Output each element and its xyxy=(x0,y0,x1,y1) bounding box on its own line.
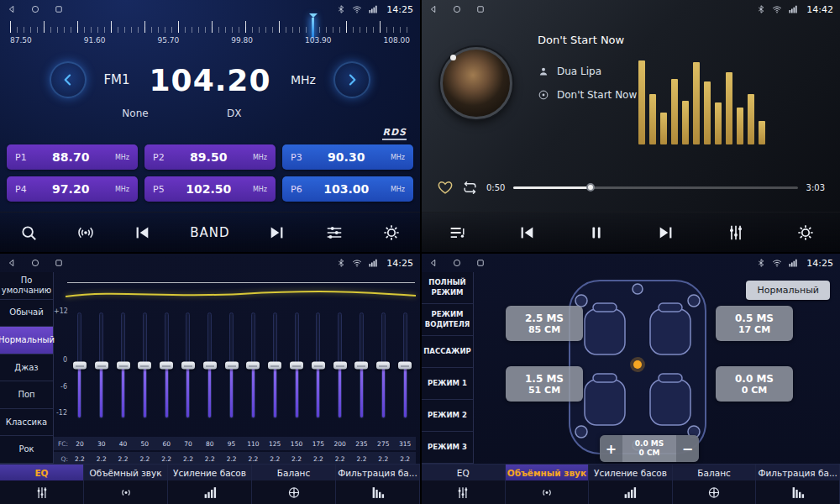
eq-band-slider[interactable] xyxy=(91,312,113,418)
tab-surround-sound[interactable]: Объёмный звук xyxy=(84,465,168,504)
pause-icon[interactable] xyxy=(587,223,606,242)
next-track-icon[interactable] xyxy=(657,223,675,242)
delay-rear-right[interactable]: 0.0 MS 0 CM xyxy=(716,366,793,402)
playlist-icon[interactable] xyxy=(448,223,466,242)
eq-preset-item[interactable]: Обычай xyxy=(0,300,53,328)
slider-handle[interactable] xyxy=(333,362,347,370)
recents-icon[interactable] xyxy=(54,4,64,14)
slider-handle[interactable] xyxy=(312,362,325,370)
home-icon[interactable] xyxy=(30,4,40,14)
preset-button-p4[interactable]: P497.20MHz xyxy=(7,176,138,202)
eq-preset-item[interactable]: Рок xyxy=(0,436,53,464)
home-icon[interactable] xyxy=(30,258,40,268)
eq-band-slider[interactable] xyxy=(372,312,394,418)
preset-button-p6[interactable]: P6103.00MHz xyxy=(282,176,413,202)
delay-front-right[interactable]: 0.5 MS 17 CM xyxy=(716,306,793,341)
eq-band-slider[interactable] xyxy=(329,312,351,418)
slider-handle[interactable] xyxy=(138,362,151,370)
recents-icon[interactable] xyxy=(54,258,64,268)
eq-band-slider[interactable] xyxy=(351,312,373,418)
back-icon[interactable] xyxy=(428,258,438,268)
prev-track-icon[interactable] xyxy=(133,223,151,242)
tab-balance[interactable]: Баланс xyxy=(252,465,336,504)
profile-button[interactable]: Нормальный xyxy=(746,281,830,300)
tab-filter[interactable]: Фильтрация ба... xyxy=(336,465,420,504)
eq-band-slider[interactable] xyxy=(264,312,286,418)
slider-handle[interactable] xyxy=(117,362,130,370)
repeat-icon[interactable] xyxy=(462,180,478,196)
eq-band-slider[interactable] xyxy=(113,312,134,418)
eq-band-slider[interactable] xyxy=(307,312,329,418)
next-station-button[interactable] xyxy=(333,61,370,98)
eq-band-slider[interactable] xyxy=(394,312,416,418)
preset-button-p1[interactable]: P188.70MHz xyxy=(7,144,138,170)
slider-handle[interactable] xyxy=(203,362,217,370)
eq-preset-item[interactable]: По умолчанию xyxy=(0,272,53,300)
next-track-icon[interactable] xyxy=(268,223,286,242)
back-icon[interactable] xyxy=(428,4,438,14)
band-button[interactable]: BAND xyxy=(190,225,229,240)
car-cabin-graphic[interactable] xyxy=(563,276,712,459)
settings-gear-icon[interactable] xyxy=(382,223,401,242)
preset-button-p5[interactable]: P5102.50MHz xyxy=(144,176,276,202)
mode-item[interactable]: ПОЛНЫЙ РЕЖИМ xyxy=(422,272,473,304)
eq-preset-item[interactable]: Классика xyxy=(0,409,53,437)
slider-handle[interactable] xyxy=(160,362,173,370)
tab-balance[interactable]: Баланс xyxy=(673,465,757,504)
increase-delay-button[interactable]: + xyxy=(600,435,622,462)
tab-eq[interactable]: EQ xyxy=(422,465,506,504)
progress-knob[interactable] xyxy=(586,183,595,192)
eq-band-slider[interactable] xyxy=(199,312,221,418)
eq-band-slider[interactable] xyxy=(134,312,155,418)
mode-item[interactable]: РЕЖИМ 3 xyxy=(422,432,473,464)
eq-sliders-icon[interactable] xyxy=(727,223,745,242)
preset-button-p3[interactable]: P390.30MHz xyxy=(282,144,413,170)
mode-item[interactable]: РЕЖИМ ВОДИТЕЛЯ xyxy=(422,304,473,336)
slider-handle[interactable] xyxy=(376,362,390,370)
progress-bar[interactable] xyxy=(513,186,797,189)
slider-handle[interactable] xyxy=(354,362,368,370)
prev-station-button[interactable] xyxy=(50,61,87,98)
slider-handle[interactable] xyxy=(290,362,303,370)
recents-icon[interactable] xyxy=(475,258,486,268)
mixer-icon[interactable] xyxy=(325,223,344,242)
tab-bass-boost[interactable]: Усиление басов xyxy=(589,465,673,504)
tuning-scale[interactable]: 87.5091.6095.7099.80103.90108.00 xyxy=(10,21,410,51)
eq-band-slider[interactable] xyxy=(243,312,265,418)
favorite-heart-icon[interactable] xyxy=(437,179,454,196)
delay-front-left[interactable]: 2.5 MS 85 CM xyxy=(506,306,583,341)
recents-icon[interactable] xyxy=(475,4,486,14)
eq-preset-item[interactable]: Джаз xyxy=(0,354,53,382)
eq-band-slider[interactable] xyxy=(286,312,307,418)
eq-preset-item[interactable]: Поп xyxy=(0,381,53,409)
home-icon[interactable] xyxy=(452,258,462,268)
slider-handle[interactable] xyxy=(225,362,239,370)
back-icon[interactable] xyxy=(7,4,17,14)
eq-band-slider[interactable] xyxy=(221,312,243,418)
home-icon[interactable] xyxy=(452,4,462,14)
decrease-delay-button[interactable]: − xyxy=(676,435,699,462)
tab-surround-sound[interactable]: Объёмный звук xyxy=(506,465,590,504)
broadcast-icon[interactable] xyxy=(76,223,95,242)
slider-handle[interactable] xyxy=(73,362,87,370)
tab-filter[interactable]: Фильтрация ба... xyxy=(756,465,840,504)
eq-band-slider[interactable] xyxy=(69,312,91,418)
eq-band-slider[interactable] xyxy=(155,312,177,418)
eq-band-slider[interactable] xyxy=(177,312,199,418)
slider-handle[interactable] xyxy=(181,362,195,370)
tuning-pointer[interactable] xyxy=(312,18,314,38)
eq-preset-item[interactable]: Нормальный xyxy=(0,327,53,354)
prev-track-icon[interactable] xyxy=(517,223,536,242)
slider-handle[interactable] xyxy=(398,362,412,370)
tab-eq[interactable]: EQ xyxy=(0,465,84,504)
tab-bass-boost[interactable]: Усиление басов xyxy=(168,465,252,504)
mode-item[interactable]: РЕЖИМ 2 xyxy=(422,400,473,432)
slider-handle[interactable] xyxy=(246,362,260,370)
preset-button-p2[interactable]: P289.50MHz xyxy=(144,144,276,170)
slider-handle[interactable] xyxy=(95,362,108,370)
back-icon[interactable] xyxy=(7,258,17,268)
search-icon[interactable] xyxy=(19,223,38,242)
delay-rear-left[interactable]: 1.5 MS 51 CM xyxy=(506,366,583,402)
settings-gear-icon[interactable] xyxy=(796,223,815,242)
mode-item[interactable]: РЕЖИМ 1 xyxy=(422,368,473,400)
